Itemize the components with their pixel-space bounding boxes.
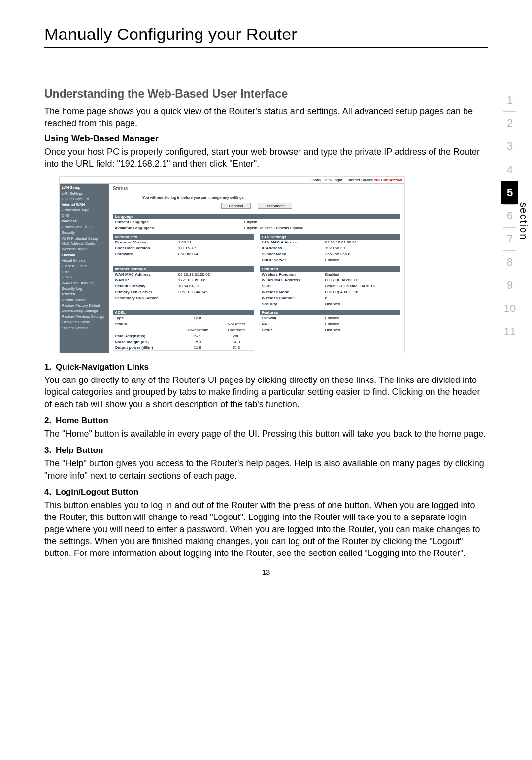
language-panel-title: Language (113, 214, 400, 219)
nav-item[interactable]: Security (60, 230, 109, 235)
item-number: 3. (44, 446, 51, 455)
section-tab-2[interactable]: 2 (501, 112, 518, 135)
nav-item[interactable]: MAC Address Control (60, 241, 109, 246)
section-tab-10[interactable]: 10 (501, 297, 518, 320)
topbar-status-value: No Connection (374, 178, 402, 182)
item-title: Home Button (56, 416, 108, 425)
version-panel-title: Version Info (113, 234, 254, 240)
nav-item[interactable]: Security Log (60, 286, 109, 291)
features2-table: FirewallEnabledNATEnabledUPnPDisabled (260, 315, 400, 333)
connect-button[interactable]: Connect (221, 203, 251, 209)
nav-item[interactable]: System Settings (60, 325, 109, 331)
version-table: Firmware Version1.00.11Boot Code Version… (113, 240, 254, 257)
section-tab-8[interactable]: 8 (501, 251, 518, 274)
nav-item[interactable]: Wi-Fi Protected Setup (60, 236, 109, 241)
item-title: Login/Logout Button (56, 487, 138, 497)
nav-item[interactable]: LAN Settings (60, 191, 109, 196)
item-body: The "Help" button gives you access to th… (44, 457, 488, 482)
disconnect-button[interactable]: Disconnect (258, 203, 292, 209)
status-title: Status (113, 186, 400, 191)
nav-item[interactable]: DHCP Client List (60, 196, 109, 202)
router-ui-screenshot: Home| Help| Login Internet Status: No Co… (59, 176, 405, 353)
nav-item[interactable]: Internet WAN (60, 202, 109, 207)
section-label: section (518, 202, 529, 240)
features-table: Wireless FunctionEnabledWLAN MAC Address… (260, 272, 400, 307)
nav-item[interactable]: Client IP Filters (60, 263, 109, 269)
nav-item[interactable]: Virtual Servers (60, 258, 109, 263)
item-body: The "Home" button is available in every … (44, 428, 488, 440)
nav-item[interactable]: Connection Type (60, 207, 109, 213)
nav-item[interactable]: Utilities (60, 291, 109, 297)
adsl-table: TypeFastStatusNo DefectDownstreamUpstrea… (113, 315, 254, 351)
item-title: Help Button (56, 446, 103, 455)
item-number: 1. (44, 362, 51, 372)
title-rule (44, 47, 488, 48)
intro-text: The home page shows you a quick view of … (44, 105, 488, 130)
nav-item[interactable]: DDNS (60, 275, 109, 280)
item-body: You can go directly to any of the Router… (44, 374, 488, 410)
section-tab-11[interactable]: 11 (501, 320, 518, 343)
nav-item[interactable]: DMZ (60, 269, 109, 275)
nav-item[interactable]: Save/Backup Settings (60, 308, 109, 313)
features-panel-title: Features (260, 266, 400, 272)
nav-item[interactable]: Restore Previous Settings (60, 314, 109, 319)
nav-item[interactable]: LAN Setup (60, 185, 109, 190)
section-tab-9[interactable]: 9 (501, 274, 518, 297)
internet-table: WAN MAC Address02:10:18:01:00:03WAN IP17… (113, 272, 254, 301)
section-tab-5[interactable]: 5 (501, 181, 518, 204)
nav-item[interactable]: Wireless (60, 218, 109, 224)
page-number: 13 (44, 568, 488, 576)
topbar-status-label: Internet Status: (347, 178, 373, 182)
section-tab-6[interactable]: 6 (501, 205, 518, 227)
section-tab-3[interactable]: 3 (501, 135, 518, 158)
internet-panel-title: Internet Settings (113, 266, 254, 272)
item-body: This button enables you to log in and ou… (44, 499, 488, 559)
section-tab-4[interactable]: 4 (501, 158, 518, 181)
subheading-body: Once your host PC is properly configured… (44, 146, 488, 170)
login-note: You will need to log in before you can c… (142, 195, 400, 200)
nav-item[interactable]: Firmware Update (60, 319, 109, 325)
nav-item[interactable]: Channel and SSID (60, 224, 109, 230)
nav-item[interactable]: Firewall (60, 252, 109, 258)
nav-item[interactable]: Wireless Bridge (60, 246, 109, 252)
item-number: 2. (44, 416, 51, 425)
item-number: 4. (44, 487, 51, 497)
page-title: Manually Configuring your Router (44, 25, 488, 44)
section-tab-7[interactable]: 7 (501, 228, 518, 250)
subheading-using-manager: Using Web-Based Manager (44, 134, 488, 144)
adsl-panel-title: ADSL (113, 310, 254, 315)
item-title: Quick-Navigation Links (56, 362, 149, 372)
nav-item[interactable]: Restart Router (60, 297, 109, 303)
nav-item[interactable]: Restore Factory Default (60, 303, 109, 308)
section-heading: Understanding the Web-Based User Interfa… (44, 87, 488, 101)
section-tab-1[interactable]: 1 (501, 89, 518, 111)
language-table: Current LangugaeEnglishAvailable Languga… (113, 219, 400, 231)
section-tabs: 1234567891011 section (501, 89, 518, 343)
lan-table: LAN MAC Address02:10:18:01:00:01IP Addre… (260, 240, 400, 263)
topbar-links[interactable]: Home| Help| Login (310, 178, 342, 182)
nav-item[interactable]: WAN Ping Blocking (60, 280, 109, 286)
lan-panel-title: LAN Settings (260, 234, 400, 240)
router-nav[interactable]: LAN SetupLAN SettingsDHCP Client ListInt… (60, 184, 109, 353)
features2-panel-title: Features (260, 310, 400, 315)
nav-item[interactable]: DNS (60, 213, 109, 218)
